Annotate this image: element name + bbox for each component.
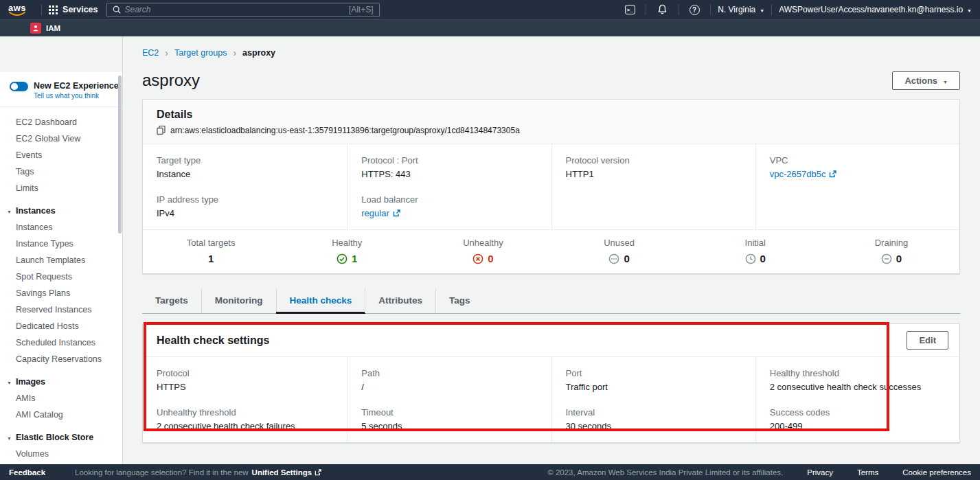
sidebar-item-events[interactable]: Events [0,147,122,163]
vpc-link[interactable]: vpc-2657db5c [770,169,837,179]
sidebar-section-images[interactable]: Images [0,374,122,390]
unified-settings-link[interactable]: Unified Settings [252,468,322,477]
sidebar-scrollbar[interactable] [118,76,122,233]
external-link-icon [829,170,836,178]
field-ip-address-type: IP address type IPv4 [157,194,333,218]
sidebar-item-ami-catalog[interactable]: AMI Catalog [0,407,122,423]
favorite-iam-label: IAM [46,24,60,32]
region-selector[interactable]: N. Virginia [718,5,764,14]
check-circle-icon [337,253,347,264]
sidebar-item-tags[interactable]: Tags [0,163,122,180]
sidebar-item-savings-plans[interactable]: Savings Plans [0,285,122,301]
divider [41,4,42,15]
copy-icon[interactable] [157,126,166,135]
feedback-link[interactable]: Feedback [9,468,45,477]
actions-button[interactable]: Actions [892,71,960,90]
sidebar-item-launch-templates[interactable]: Launch Templates [0,252,122,268]
chevron-down-icon [7,433,12,442]
health-check-settings-panel: Health check settings Edit Protocol HTTP… [142,323,960,443]
bell-icon [657,4,668,15]
sidebar-item-capacity-reservations[interactable]: Capacity Reservations [0,351,122,367]
target-group-arn: arn:aws:elasticloadbalancing:us-east-1:3… [170,126,520,135]
search-input[interactable] [125,5,345,14]
field-unhealthy-threshold: Unhealthy threshold 2 consecutive health… [157,407,333,431]
sidebar-panel: New EC2 Experience Tell us what you thin… [0,72,122,464]
chevron-down-icon [7,206,12,216]
sidebar-item-ec2-dashboard[interactable]: EC2 Dashboard [0,114,122,130]
target-stats: Total targets 1 Healthy 1 Unhealthy 0 Un… [143,229,959,273]
field-path: Path / [361,368,537,392]
copyright-text: © 2023, Amazon Web Services India Privat… [547,468,783,477]
sidebar-item-instance-types[interactable]: Instance Types [0,236,122,252]
health-check-fields: Protocol HTTPS Unhealthy threshold 2 con… [143,357,959,442]
breadcrumb-target-groups[interactable]: Target groups [174,48,227,58]
iam-service-icon [30,23,41,34]
tab-monitoring[interactable]: Monitoring [201,288,276,313]
sidebar-item-instances[interactable]: Instances [0,219,122,236]
main-content: EC2 Target groups asproxy asproxy Action… [124,36,980,464]
tab-attributes[interactable]: Attributes [365,288,435,313]
new-experience-toggle[interactable] [10,82,28,91]
sidebar-section-ebs[interactable]: Elastic Block Store [0,429,122,446]
terms-link[interactable]: Terms [857,468,878,477]
global-search[interactable]: [Alt+S] [106,3,380,17]
divider [771,4,772,15]
external-link-icon [393,209,400,217]
divider [710,4,711,15]
divider [646,4,646,15]
aws-smile-icon [9,12,25,16]
field-load-balancer: Load balancer regular [361,194,537,218]
new-experience-box: New EC2 Experience Tell us what you thin… [0,72,122,107]
notifications-button[interactable] [653,2,671,17]
minus-circle-icon [881,253,892,264]
x-circle-icon [472,253,483,264]
edit-button[interactable]: Edit [907,331,948,350]
tell-us-link[interactable]: Tell us what you think [34,92,119,100]
sidebar-item-scheduled-instances[interactable]: Scheduled Instances [0,334,122,351]
account-menu[interactable]: AWSPowerUserAccess/navaneeth.kn@harness.… [779,5,972,14]
sidebar-item-ec2-global-view[interactable]: EC2 Global View [0,130,122,147]
services-menu-button[interactable]: Services [49,5,98,14]
details-title: Details [157,108,946,121]
sidebar-nav: EC2 Dashboard EC2 Global View Events Tag… [0,107,122,464]
sidebar-item-dedicated-hosts[interactable]: Dedicated Hosts [0,318,122,334]
tab-targets[interactable]: Targets [142,288,201,313]
region-label: N. Virginia [718,5,755,14]
page-title: asproxy [142,71,200,90]
clock-circle-icon [745,253,756,264]
sidebar: New EC2 Experience Tell us what you thin… [0,36,123,464]
cloudshell-button[interactable] [621,2,639,17]
tab-health-checks[interactable]: Health checks [276,288,365,313]
section-label: Instances [16,206,56,216]
sidebar-item-amis[interactable]: AMIs [0,390,122,407]
help-button[interactable] [685,2,703,17]
field-port: Port Traffic port [566,368,742,392]
load-balancer-link[interactable]: regular [361,208,400,218]
top-navigation-bar: aws Services [Alt+S] N. Virginia AWSPowe… [0,0,980,19]
favorites-bar: IAM [0,19,980,36]
chevron-down-icon [943,76,948,86]
dots-circle-icon [608,253,619,264]
field-target-type: Target type Instance [157,155,333,179]
sidebar-item-spot-requests[interactable]: Spot Requests [0,268,122,285]
chevron-right-icon [233,47,236,58]
stat-total-targets: Total targets 1 [143,238,279,264]
breadcrumb-ec2[interactable]: EC2 [142,48,159,58]
sidebar-item-volumes[interactable]: Volumes [0,446,122,462]
search-shortcut-hint: [Alt+S] [349,5,374,14]
tab-tags[interactable]: Tags [435,288,483,313]
details-fields: Target type Instance IP address type IPv… [143,144,959,229]
aws-logo[interactable]: aws [8,4,26,16]
terminal-icon [625,5,635,14]
cookie-preferences-link[interactable]: Cookie preferences [902,468,971,477]
sidebar-section-instances[interactable]: Instances [0,203,122,219]
favorite-iam-link[interactable]: IAM [30,23,60,34]
sidebar-item-limits[interactable]: Limits [0,180,122,196]
field-interval: Interval 30 seconds [566,407,742,431]
sidebar-item-reserved-instances[interactable]: Reserved Instances [0,301,122,318]
privacy-link[interactable]: Privacy [807,468,833,477]
section-label: Images [16,377,45,387]
field-timeout: Timeout 5 seconds [361,407,537,431]
stat-unhealthy: Unhealthy 0 [415,238,551,264]
chevron-down-icon [967,5,972,14]
